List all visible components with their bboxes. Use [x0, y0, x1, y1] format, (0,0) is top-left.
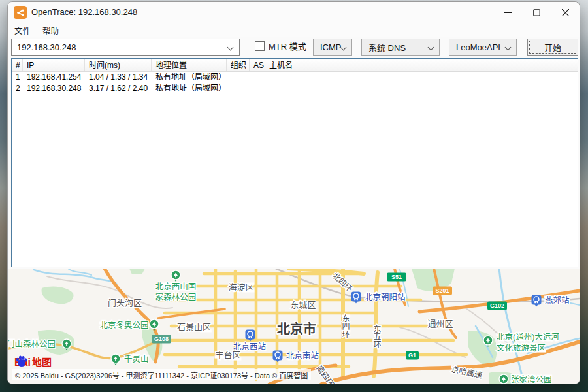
cell-host [265, 83, 578, 94]
api-value: LeoMoeAPI [456, 42, 500, 52]
cell-time: 1.04 / 1.33 / 1.34 [85, 72, 152, 83]
cell-as [250, 72, 265, 83]
svg-text:家森林公园: 家森林公园 [155, 292, 197, 302]
svg-text:北京西站: 北京西站 [233, 342, 266, 351]
baidu-logo[interactable]: Bai 地图 [14, 355, 52, 368]
api-select[interactable]: LeoMoeAPI [449, 39, 517, 56]
col-num[interactable]: # [12, 59, 23, 71]
window-title: OpenTrace: 192.168.30.248 [31, 7, 137, 17]
district-label: 石景山区 [177, 322, 211, 332]
district-label: 丰台区 [215, 350, 240, 360]
chevron-down-icon [505, 44, 512, 51]
col-geo[interactable]: 地理位置 [152, 59, 227, 71]
baidu-paw-icon [15, 355, 28, 367]
chevron-down-icon [428, 44, 434, 51]
svg-text:北京南站: 北京南站 [286, 351, 319, 361]
trace-results-table: # IP 时间(ms) 地理位置 组织 AS 主机名 1 192.168.41.… [11, 58, 578, 267]
cell-num: 1 [12, 72, 23, 83]
cell-num: 2 [12, 83, 23, 94]
maximize-icon [533, 9, 540, 16]
cell-time: 3.17 / 1.62 / 2.40 [85, 83, 152, 94]
mtr-label: MTR 模式 [269, 40, 306, 52]
cell-geo: 私有地址（局域网） [152, 83, 227, 94]
protocol-select[interactable]: ICMP [313, 39, 352, 56]
cell-geo: 私有地址（局域网） [152, 72, 227, 83]
dns-select[interactable]: 系统 DNS [361, 39, 440, 56]
col-host[interactable]: 主机名 [265, 59, 578, 71]
col-time[interactable]: 时间(ms) [85, 59, 152, 71]
road-label: 东四环 [340, 314, 350, 338]
svg-text:门山森林公园: 门山森林公园 [8, 339, 56, 349]
maximize-button[interactable] [522, 2, 551, 23]
city-label: 北京市 [277, 321, 316, 336]
col-as[interactable]: AS [250, 59, 265, 71]
svg-text:北京冬奥公园: 北京冬奥公园 [99, 320, 148, 330]
menu-file[interactable]: 文件 [9, 23, 36, 38]
baidu-map-word: 地图 [32, 355, 52, 368]
cell-org [227, 72, 250, 83]
protocol-value: ICMP [320, 42, 342, 52]
svg-text:北京朝阳站: 北京朝阳站 [365, 293, 406, 302]
app-window: OpenTrace: 192.168.30.248 文件 帮助 192.168.… [7, 1, 580, 384]
copyright-text: © 2025 Baidu - GS(2023)3206号 - 甲测资字11111… [15, 370, 308, 380]
cell-host [265, 72, 578, 83]
table-row[interactable]: 1 192.168.41.254 1.04 / 1.33 / 1.34 私有地址… [12, 72, 578, 83]
title-bar[interactable]: OpenTrace: 192.168.30.248 [8, 2, 580, 23]
cell-as [250, 83, 265, 94]
table-row[interactable]: 2 192.168.30.248 3.17 / 1.62 / 2.40 私有地址… [12, 83, 578, 94]
menu-bar: 文件 帮助 [8, 23, 580, 37]
host-value: 192.168.30.248 [17, 42, 76, 52]
table-header: # IP 时间(ms) 地理位置 组织 AS 主机名 [12, 59, 578, 72]
close-button[interactable] [551, 2, 580, 23]
svg-text:G108: G108 [154, 336, 169, 342]
svg-text:燕郊站: 燕郊站 [545, 295, 570, 305]
mtr-checkbox[interactable] [255, 41, 265, 51]
start-label: 开始 [544, 41, 561, 54]
col-org[interactable]: 组织 [227, 59, 250, 71]
toolbar: 192.168.30.248 MTR 模式 ICMP 系统 DNS LeoMoe… [8, 37, 580, 58]
svg-text:张家湾公园: 张家湾公园 [511, 374, 552, 384]
chevron-down-icon[interactable] [227, 44, 234, 51]
col-ip[interactable]: IP [23, 59, 85, 71]
host-input[interactable]: 192.168.30.248 [11, 39, 240, 56]
svg-text:北京西山国: 北京西山国 [155, 282, 197, 291]
close-icon [562, 9, 569, 16]
cell-ip: 192.168.41.254 [23, 72, 85, 83]
svg-text:S201: S201 [435, 287, 449, 294]
road-label: 东五环 [372, 325, 381, 348]
cell-org [227, 83, 250, 94]
district-label: 海淀区 [228, 282, 253, 292]
start-button[interactable]: 开始 [527, 39, 578, 56]
district-label: 东城区 [290, 300, 316, 310]
svg-text:千灵山: 千灵山 [124, 355, 149, 364]
baidu-map[interactable]: 北四环 东四环 东五环 南四环 京哈高速 S51 S201 G102 G108 … [8, 269, 580, 384]
menu-help[interactable]: 帮助 [37, 23, 64, 38]
svg-text:文化旅游景区: 文化旅游景区 [497, 343, 546, 353]
svg-text:G1: G1 [408, 352, 416, 359]
map-canvas: 北四环 东四环 东五环 南四环 京哈高速 S51 S201 G102 G108 … [8, 269, 580, 384]
district-label: 通州区 [427, 319, 453, 329]
cell-ip: 192.168.30.248 [23, 83, 85, 94]
minimize-button[interactable] [493, 2, 522, 23]
district-label: 门头沟区 [108, 298, 142, 308]
svg-text:北京(通州)大运河: 北京(通州)大运河 [497, 333, 559, 342]
map-attribution: © 2025 Baidu - GS(2023)3206号 - 甲测资字11111… [12, 369, 311, 380]
trace-route-icon [16, 8, 25, 17]
app-icon [14, 6, 27, 19]
svg-text:G102: G102 [490, 302, 504, 309]
mtr-mode-toggle[interactable]: MTR 模式 [255, 40, 306, 52]
dns-value: 系统 DNS [368, 41, 406, 54]
minimize-icon [504, 9, 512, 16]
svg-text:S51: S51 [391, 274, 402, 280]
